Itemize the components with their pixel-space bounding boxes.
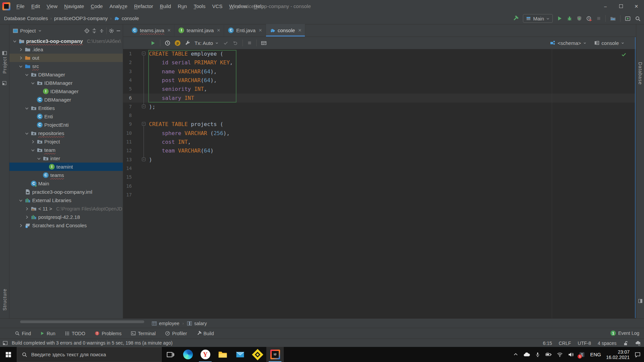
- maximize-button[interactable]: [613, 0, 629, 12]
- project-structure-icon[interactable]: [610, 16, 616, 21]
- code-line-13[interactable]: 13−): [123, 155, 635, 164]
- menu-refactor[interactable]: Refactor: [131, 0, 157, 12]
- language-indicator[interactable]: ENG: [590, 352, 601, 357]
- collapse-all-icon[interactable]: [99, 28, 104, 34]
- yandex-app-button[interactable]: Y: [197, 347, 214, 362]
- status-message[interactable]: Build completed with 3 errors and 0 warn…: [12, 340, 172, 346]
- settings-gear-icon[interactable]: [109, 28, 114, 34]
- fold-marker-icon[interactable]: −: [142, 158, 146, 161]
- tray-chevron-up-icon[interactable]: [513, 352, 518, 357]
- intellij-app-button[interactable]: IJ: [266, 347, 284, 362]
- menu-run[interactable]: Run: [174, 0, 191, 12]
- tree-item-postgresql-42-2-18[interactable]: postgresql-42.2.18: [9, 213, 123, 221]
- search-everywhere-icon[interactable]: [635, 16, 641, 21]
- database-panel-icon[interactable]: [638, 299, 643, 303]
- menu-edit[interactable]: Edit: [28, 0, 43, 12]
- code-line-12[interactable]: 12 team VARCHAR(64): [123, 146, 635, 155]
- microphone-icon[interactable]: [535, 352, 540, 357]
- console-select[interactable]: console: [594, 40, 625, 46]
- onedrive-icon[interactable]: [523, 351, 530, 358]
- tree-item-repositories[interactable]: repositories: [9, 129, 123, 137]
- tab-console[interactable]: console✕: [266, 24, 306, 37]
- coverage-icon[interactable]: [577, 16, 582, 21]
- code-line-15[interactable]: 15: [123, 173, 635, 182]
- stripe-structure-label[interactable]: Structure: [2, 289, 7, 311]
- speaker-icon[interactable]: [568, 352, 574, 358]
- postgres-dialect-icon[interactable]: p: [175, 40, 180, 46]
- chevron-down-icon[interactable]: [24, 72, 29, 77]
- tree-item-teams[interactable]: Cteams: [9, 171, 123, 179]
- close-button[interactable]: ✕: [629, 0, 644, 12]
- tree-item--idea[interactable]: .idea: [9, 45, 123, 54]
- chevron-down-icon[interactable]: [30, 81, 35, 85]
- commit-check-icon[interactable]: [223, 40, 228, 46]
- chevron-right-icon[interactable]: [24, 215, 29, 220]
- dropbox-tray-icon[interactable]: 1: [579, 352, 585, 358]
- caret-position[interactable]: 6:15: [543, 341, 552, 346]
- fold-marker-icon[interactable]: −: [142, 122, 146, 126]
- wrench-settings-icon[interactable]: [185, 40, 190, 46]
- code-line-16[interactable]: 16: [123, 182, 635, 191]
- tx-mode-select[interactable]: Tx: Auto: [195, 40, 219, 46]
- minimize-button[interactable]: –: [598, 0, 613, 12]
- code-line-3[interactable]: 3 name VARCHAR(64),: [123, 67, 635, 76]
- tree-item-teamint[interactable]: Iteamint: [9, 163, 123, 171]
- code-line-1[interactable]: 1−CREATE TABLE employee (: [123, 49, 635, 58]
- menu-analyze[interactable]: Analyze: [106, 0, 130, 12]
- tree-item-dbmanager[interactable]: DBManager: [9, 70, 123, 79]
- toolwindow-find[interactable]: Find: [15, 331, 31, 336]
- explorer-app-button[interactable]: [214, 347, 231, 362]
- hammer-green-icon[interactable]: [513, 15, 519, 21]
- toolwindow-run[interactable]: Run: [40, 331, 55, 336]
- bug-icon[interactable]: [567, 16, 572, 21]
- chevron-down-icon[interactable]: [12, 39, 17, 44]
- tree-item-dbmanager[interactable]: CDBManager: [9, 96, 123, 104]
- breadcrumb-item[interactable]: practiceOOP3-company: [54, 15, 108, 21]
- task-view-button[interactable]: [162, 347, 179, 362]
- start-button[interactable]: [0, 347, 17, 362]
- code-line-5[interactable]: 5 seniority INT,: [123, 84, 635, 94]
- editor[interactable]: 1−CREATE TABLE employee (2 id serial PRI…: [123, 49, 635, 318]
- menu-view[interactable]: View: [43, 0, 61, 12]
- wifi-icon[interactable]: [557, 352, 563, 358]
- code-line-14[interactable]: 14: [123, 164, 635, 173]
- tree-item-external-libraries[interactable]: External Libraries: [9, 196, 123, 204]
- line-separator[interactable]: CRLF: [559, 341, 571, 346]
- run-anything-icon[interactable]: [625, 16, 631, 21]
- event-log-button[interactable]: 1 Event Log: [610, 328, 639, 339]
- tree-item-idbmanager[interactable]: IIDBManager: [9, 87, 123, 96]
- toolwindow-profiler[interactable]: Profiler: [165, 331, 187, 336]
- chevron-down-icon[interactable]: [24, 106, 29, 111]
- tree-item-team[interactable]: team: [9, 146, 123, 154]
- stop-icon[interactable]: [247, 41, 252, 45]
- file-encoding[interactable]: UTF-8: [578, 341, 591, 346]
- code-line-8[interactable]: 8: [123, 111, 635, 120]
- unlock-icon[interactable]: [623, 341, 628, 346]
- commander-icon[interactable]: [2, 81, 7, 85]
- tool-windows-toggle-icon[interactable]: [3, 341, 8, 346]
- tree-item-projectenti[interactable]: CProjectEnti: [9, 121, 123, 129]
- close-icon[interactable]: ✕: [217, 28, 220, 33]
- menu-code[interactable]: Code: [88, 0, 106, 12]
- code-line-9[interactable]: 9−CREATE TABLE projects (: [123, 120, 635, 129]
- run-config-select[interactable]: Main: [523, 14, 553, 23]
- menu-build[interactable]: Build: [156, 0, 174, 12]
- code-line-11[interactable]: 11 cost INT,: [123, 137, 635, 146]
- close-icon[interactable]: ✕: [167, 28, 171, 33]
- chevron-right-icon[interactable]: [24, 206, 29, 211]
- breadcrumb-item[interactable]: Database Consoles: [4, 15, 48, 21]
- breadcrumb-employee[interactable]: employee: [152, 321, 179, 326]
- stripe-database-label[interactable]: Database: [638, 62, 643, 85]
- tree-item-scratches-and-consoles[interactable]: Scratches and Consoles: [9, 221, 123, 230]
- rollback-icon[interactable]: [233, 40, 238, 46]
- tab-teamint-java[interactable]: Iteamint.java✕: [174, 24, 224, 37]
- tab-teams-java[interactable]: Cteams.java✕: [128, 24, 174, 37]
- close-icon[interactable]: ✕: [298, 28, 302, 33]
- cloud-settings-icon[interactable]: [635, 340, 641, 346]
- close-icon[interactable]: ✕: [259, 28, 262, 33]
- taskbar-search-input[interactable]: Введите здесь текст для поиска: [17, 347, 162, 362]
- chevron-down-icon[interactable]: [36, 156, 41, 161]
- code-line-17[interactable]: 17: [123, 190, 635, 199]
- chevron-right-icon[interactable]: [18, 223, 23, 228]
- menu-vcs[interactable]: VCS: [209, 0, 226, 12]
